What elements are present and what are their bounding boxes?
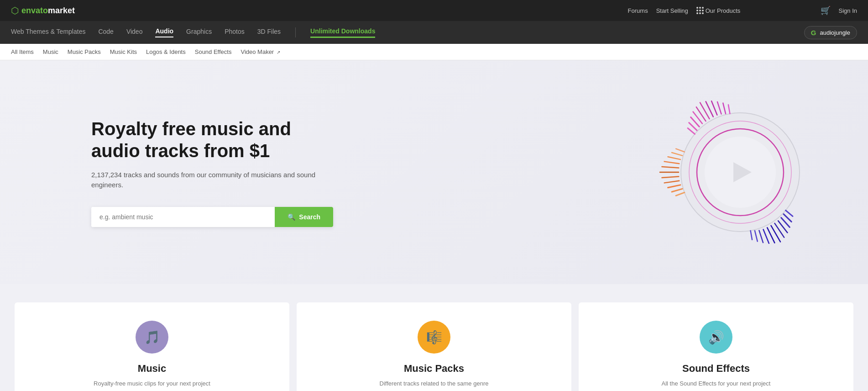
sound-effects-icon: 🔊 [708,330,724,345]
cards-section: 🎵 Music Royalty-free music clips for you… [0,284,868,391]
search-button[interactable]: 🔍 Search [275,207,333,227]
music-card-title: Music [26,363,278,375]
nav-unlimited-downloads[interactable]: Unlimited Downloads [310,27,375,38]
svg-line-12 [717,102,722,114]
grid-icon [696,7,704,14]
subnav-sound-effects[interactable]: Sound Effects [195,48,232,55]
search-input[interactable] [91,207,275,227]
card-music-packs: 🎼 Music Packs Different tracks related t… [297,302,571,391]
nav-code[interactable]: Code [98,28,113,37]
card-music: 🎵 Music Royalty-free music clips for you… [15,302,289,391]
music-card-desc: Royalty-free music clips for your next p… [26,379,278,388]
nav-photos[interactable]: Photos [225,28,245,37]
svg-line-11 [711,101,717,115]
audiojungle-badge[interactable]: G audiojungle [804,26,857,39]
nav-3d-files[interactable]: 3D Files [257,28,281,37]
waveform-graphic [649,81,831,264]
forums-link[interactable]: Forums [628,7,648,14]
search-bar: 🔍 Search [91,207,333,227]
svg-line-35 [672,153,682,156]
hero-title: Royalty free music and audio tracks from… [91,118,329,162]
svg-line-29 [664,181,680,183]
nav-video[interactable]: Video [126,28,143,37]
search-icon: 🔍 [288,213,295,221]
subnav-logos-idents[interactable]: Logos & Idents [146,48,186,55]
svg-line-5 [689,123,697,131]
svg-line-36 [676,149,685,152]
nav-audio[interactable]: Audio [155,27,173,37]
svg-line-14 [728,105,730,114]
svg-line-32 [662,167,679,168]
search-label: Search [299,213,320,221]
subnav-music-packs[interactable]: Music Packs [68,48,101,55]
logo-text: envatomarket [21,6,75,16]
svg-line-34 [668,157,680,159]
music-packs-icon: 🎼 [426,330,442,345]
start-selling-link[interactable]: Start Selling [656,7,688,14]
logo-envato: envato [21,6,48,15]
hero-visual [649,81,831,264]
hero-content: Royalty free music and audio tracks from… [91,118,329,227]
svg-line-26 [676,192,685,196]
nav-graphics[interactable]: Graphics [186,28,212,37]
sign-in-link[interactable]: Sign In [839,7,857,14]
logo-area: ⬡ envatomarket [11,5,75,16]
svg-line-22 [763,229,769,243]
top-nav: ⬡ envatomarket Forums Start Selling Our … [0,0,868,21]
svg-line-15 [786,211,793,217]
svg-line-16 [784,214,791,222]
top-nav-links: Forums Start Selling Our Products 🛒 Sign… [628,5,857,16]
audiojungle-logo-icon: G [811,29,816,37]
svg-line-30 [662,176,679,178]
logo-market: market [48,6,75,15]
subnav-all-items[interactable]: All Items [11,48,34,55]
sound-effects-icon-wrap: 🔊 [700,321,732,354]
svg-line-23 [759,230,763,243]
audiojungle-label: audiojungle [820,29,850,36]
subnav-video-maker[interactable]: Video Maker ↗ [241,48,280,55]
svg-line-27 [672,189,682,192]
card-sound-effects: 🔊 Sound Effects All the Sound Effects fo… [579,302,853,391]
music-packs-card-desc: Different tracks related to the same gen… [308,379,560,388]
svg-line-28 [668,185,680,188]
hero-subtitle: 2,137,234 tracks and sounds from our com… [91,170,329,190]
logo-icon: ⬡ [11,5,19,16]
svg-line-25 [751,231,752,240]
sub-nav: All Items Music Music Packs Music Kits L… [0,44,868,60]
svg-line-33 [664,162,680,164]
sound-effects-card-desc: All the Sound Effects for your next proj… [590,379,842,388]
cart-icon[interactable]: 🛒 [821,5,831,16]
nav-web-themes[interactable]: Web Themes & Templates [11,28,85,37]
svg-line-4 [688,128,695,134]
sound-effects-card-title: Sound Effects [590,363,842,375]
music-packs-icon-wrap: 🎼 [418,321,450,354]
subnav-music[interactable]: Music [43,48,58,55]
external-link-icon: ↗ [277,50,280,55]
our-products-label: Our Products [706,7,812,14]
svg-line-13 [723,103,726,114]
music-icon: 🎵 [144,330,160,345]
our-products-button[interactable]: Our Products [696,7,812,14]
main-nav: Web Themes & Templates Code Video Audio … [0,21,868,44]
hero-section: Royalty free music and audio tracks from… [0,60,868,284]
subnav-music-kits[interactable]: Music Kits [110,48,137,55]
music-packs-card-title: Music Packs [308,363,560,375]
nav-divider [295,27,296,37]
svg-line-24 [755,231,758,241]
music-icon-wrap: 🎵 [136,321,168,354]
